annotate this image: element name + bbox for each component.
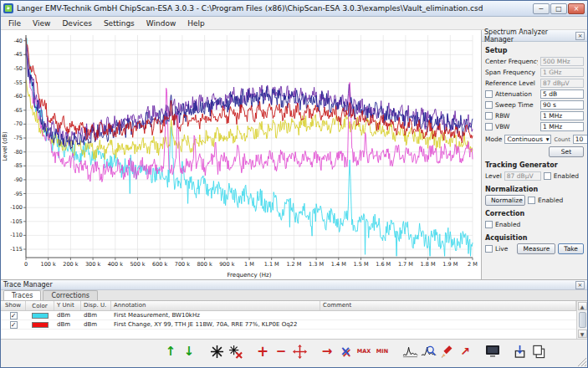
copy-traces-button[interactable]	[529, 342, 548, 360]
save-traces-button[interactable]	[511, 342, 529, 360]
trace-color-swatch[interactable]	[32, 313, 49, 319]
edit-trace-button[interactable]	[437, 342, 456, 360]
setup-row: Reference Level87 dBµV	[485, 78, 584, 89]
tab-corrections[interactable]: Corrections	[43, 290, 98, 300]
menu-item-window[interactable]: Window	[141, 18, 182, 28]
tab-traces[interactable]: Traces	[3, 290, 41, 300]
scroll-up-icon[interactable]: ▲	[578, 302, 587, 310]
column-header-annotation[interactable]: Annotation	[111, 301, 320, 310]
column-header-y-unit[interactable]: Y Unit	[54, 301, 81, 310]
spectrum-chart[interactable]: 0100 k200 k300 k400 k500 k600 k700 k800 …	[1, 30, 481, 279]
column-header-color[interactable]: Color	[26, 301, 54, 310]
menu-item-view[interactable]: View	[27, 18, 56, 28]
scroll-down-icon[interactable]: ▼	[578, 330, 587, 338]
delete-trace-button[interactable]: ×	[336, 342, 355, 360]
svg-text:1.9 M: 1.9 M	[442, 261, 458, 268]
cell-annotation: First Measurement, BW10kHz	[111, 312, 320, 319]
cell-annotation: First Change, XY 99, TTH JE 11BW, 70A, R…	[111, 321, 320, 328]
attenuation-checkbox[interactable]	[485, 90, 493, 98]
span-frequency-input[interactable]: 1 GHz	[540, 68, 584, 77]
field-label: Reference Level	[485, 79, 538, 87]
close-button[interactable]: ×	[568, 3, 585, 14]
resize-grip[interactable]	[578, 358, 586, 366]
minimize-button[interactable]: ─	[533, 3, 550, 14]
cell-disp-u: dBm	[81, 321, 111, 328]
field-label: Attenuation	[495, 90, 538, 98]
show-checkbox[interactable]: ✓	[10, 312, 18, 319]
remove-trace-button[interactable]: −	[272, 342, 290, 360]
menu-item-file[interactable]: File	[3, 18, 27, 28]
analyzer-panel-header: Spectrum Analyzer Manager ×	[482, 30, 587, 42]
normalize-button[interactable]: Normalize	[485, 195, 525, 206]
max-hold-button[interactable]: MAX	[355, 342, 373, 360]
zoom-trace-button[interactable]	[419, 342, 437, 360]
show-trace-button[interactable]	[401, 342, 419, 360]
field-label: RBW	[495, 112, 538, 120]
correction-enabled-checkbox[interactable]	[485, 221, 493, 228]
highlight-trace-button[interactable]	[207, 342, 226, 360]
move-down-button[interactable]: ↓	[180, 342, 198, 360]
display-trace-button[interactable]	[483, 342, 502, 360]
attenuation-input[interactable]: 5 dB	[540, 89, 584, 99]
normalization-enabled-label: Enabled	[538, 197, 563, 204]
correction-enabled-label: Enabled	[495, 221, 520, 228]
tracking-enabled-checkbox[interactable]	[544, 172, 551, 180]
menu-item-devices[interactable]: Devices	[56, 18, 97, 28]
svg-text:-85: -85	[13, 162, 23, 169]
column-header-comment[interactable]: Comment	[320, 301, 576, 310]
chart-panel: 0100 k200 k300 k400 k500 k600 k700 k800 …	[1, 30, 481, 279]
normalization-enabled-checkbox[interactable]	[528, 197, 535, 204]
tracking-generator-title: Tracking Generator	[485, 161, 584, 169]
add-trace-button[interactable]: +	[253, 342, 272, 360]
scroll-thumb[interactable]	[579, 312, 586, 328]
move-up-button[interactable]: ↑	[161, 342, 180, 360]
count-label: Count	[554, 136, 570, 143]
svg-text:-70: -70	[13, 120, 23, 127]
column-header-disp-u-[interactable]: Disp. U.	[81, 301, 111, 310]
menu-item-settings[interactable]: Settings	[98, 18, 141, 28]
setup-row: Attenuation5 dB	[485, 89, 584, 100]
export-trace-button[interactable]: ↗	[456, 342, 474, 360]
svg-text:800 k: 800 k	[197, 261, 212, 268]
svg-text:1.8 M: 1.8 M	[421, 261, 436, 268]
set-button[interactable]: Set	[549, 146, 584, 157]
show-checkbox[interactable]: ✓	[10, 321, 18, 329]
mode-select[interactable]: Continuous ▾	[504, 135, 551, 144]
svg-text:400 k: 400 k	[108, 261, 123, 268]
rbw-checkbox[interactable]	[485, 112, 493, 120]
move-trace-button[interactable]	[290, 342, 309, 360]
measure-button[interactable]: Measure	[517, 243, 555, 254]
analyzer-panel-close-icon[interactable]: ×	[575, 32, 585, 40]
trace-manager-title: Trace Manager	[3, 281, 53, 289]
correction-title: Correction	[485, 210, 584, 217]
live-checkbox[interactable]	[485, 245, 493, 253]
take-button[interactable]: Take	[558, 243, 584, 254]
trace-table-scrollbar[interactable]: ▲ ▼	[576, 301, 587, 339]
tracking-enabled-label: Enabled	[554, 172, 579, 180]
sweep-time-input[interactable]: 90 s	[540, 100, 584, 110]
reference-level-input[interactable]: 87 dBµV	[540, 79, 584, 88]
svg-text:-80: -80	[13, 149, 23, 156]
svg-text:-75: -75	[13, 135, 23, 141]
table-row[interactable]: ✓dBmdBmFirst Change, XY 99, TTH JE 11BW,…	[1, 320, 587, 330]
menu-item-help[interactable]: Help	[182, 18, 211, 28]
vbw-checkbox[interactable]	[485, 123, 493, 130]
vbw-input[interactable]: 1 MHz	[540, 122, 584, 131]
tracking-level-input[interactable]: 87 dBµV	[504, 171, 541, 181]
sweep-time-checkbox[interactable]	[485, 101, 493, 109]
apply-trace-button[interactable]: →	[318, 342, 336, 360]
trace-manager-close-icon[interactable]: ×	[575, 281, 585, 289]
svg-text:500 k: 500 k	[130, 261, 145, 268]
trace-table: ShowColorY UnitDisp. U.AnnotationComment…	[1, 301, 587, 340]
column-header-show[interactable]: Show	[1, 301, 26, 310]
svg-text:-40: -40	[13, 38, 23, 44]
center-frequency-input[interactable]: 500 MHz	[540, 57, 584, 66]
trace-color-swatch[interactable]	[32, 322, 49, 328]
table-row[interactable]: ✓dBmdBmFirst Measurement, BW10kHz	[1, 311, 587, 320]
remove-highlight-button[interactable]	[226, 342, 244, 360]
min-hold-button[interactable]: MIN	[373, 342, 391, 360]
maximize-button[interactable]: □	[550, 3, 567, 14]
rbw-input[interactable]: 1 MHz	[540, 111, 584, 120]
tracking-level-label: Level	[485, 172, 502, 180]
count-input[interactable]: 10	[573, 135, 587, 144]
